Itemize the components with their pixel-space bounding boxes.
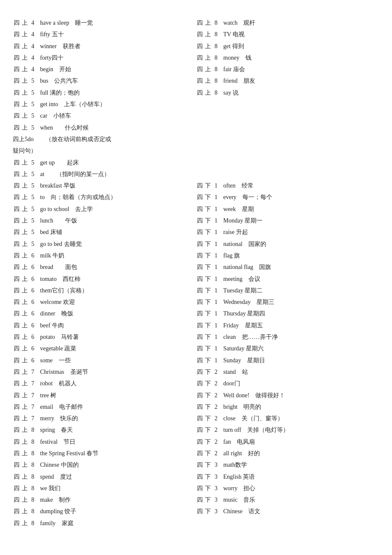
- unit-label: 5: [29, 157, 37, 168]
- list-item: 四下2Well done! 做得很好！: [196, 390, 379, 401]
- word-entry: winner 获胜者: [40, 40, 196, 52]
- grade-label: 四: [13, 238, 20, 250]
- word-entry: breakfast 早饭: [40, 180, 196, 191]
- list-item: 四上8we 我们: [13, 483, 196, 494]
- grade-label: 四: [196, 308, 204, 319]
- grade-label: 四: [13, 471, 20, 483]
- grade-label: 四: [196, 273, 204, 285]
- unit-label: 6: [29, 250, 37, 261]
- unit-label: 6: [29, 296, 37, 308]
- unit-label: 5: [29, 215, 37, 226]
- word-entry: dumpling 饺子: [40, 506, 196, 517]
- volume-label: 上: [21, 110, 28, 121]
- grade-label: 四: [13, 180, 20, 191]
- list-item: 四下1national flag 国旗: [196, 261, 379, 273]
- word-entry: car 小轿车: [40, 110, 196, 121]
- list-item: 四上8festival 节日: [13, 436, 196, 448]
- list-item: 四上5to 向；朝着（方向或地点）: [13, 191, 196, 203]
- word-entry: Thursday 星期四: [223, 308, 379, 319]
- list-item: 四上8dumpling 饺子: [13, 506, 196, 517]
- grade-label: 四: [196, 17, 204, 29]
- word-entry: tree 树: [40, 390, 196, 401]
- grade-label: 四: [196, 285, 204, 296]
- grade-label: 四: [13, 459, 20, 471]
- grade-label: 四: [13, 448, 20, 459]
- list-item: 四下1Wednesday 星期三: [196, 296, 379, 308]
- word-entry: fan 电风扇: [223, 436, 379, 448]
- unit-label: 7: [29, 366, 37, 378]
- unit-label: 3: [212, 494, 220, 506]
- unit-label: 7: [29, 390, 37, 401]
- word-entry: friend 朋友: [223, 75, 379, 87]
- grade-label: 四: [13, 390, 20, 401]
- unit-label: 8: [29, 517, 37, 529]
- unit-label: 1: [212, 343, 220, 354]
- unit-label: 8: [29, 459, 37, 471]
- volume-label: 下: [205, 296, 211, 308]
- grade-label: 四: [196, 459, 204, 471]
- unit-label: 8: [212, 52, 220, 64]
- word-entry: raise 升起: [223, 226, 379, 238]
- volume-label: 上: [21, 180, 28, 191]
- word-entry: often 经常: [223, 180, 379, 191]
- list-item: 四上8money 钱: [196, 52, 379, 64]
- word-entry: merry 快乐的: [40, 413, 196, 424]
- unit-label: 5: [29, 238, 37, 250]
- unit-label: 1: [212, 261, 220, 273]
- word-entry: Saturday 星期六: [223, 343, 379, 354]
- unit-label: 2: [212, 424, 220, 436]
- list-item: 四下2stand 站: [196, 366, 379, 378]
- volume-label: 上: [21, 17, 28, 29]
- word-entry: robot 机器人: [40, 378, 196, 389]
- word-entry: flag 旗: [223, 250, 379, 261]
- grade-label: 四: [13, 320, 20, 331]
- grade-label: 四: [13, 75, 20, 87]
- volume-label: 上: [205, 40, 211, 52]
- list-item: 四上6potato 马铃薯: [13, 331, 196, 343]
- list-item: 四上8say 说: [196, 87, 379, 98]
- word-entry: potato 马铃薯: [40, 331, 196, 343]
- grade-label: 四: [13, 366, 20, 378]
- volume-label: 上: [21, 157, 28, 168]
- volume-label: 上: [205, 29, 211, 40]
- volume-label: 下: [205, 320, 211, 331]
- grade-label: 四: [196, 203, 204, 215]
- unit-label: 5: [29, 110, 37, 121]
- word-entry: dinner 晚饭: [40, 308, 196, 319]
- list-item: 四上6beef 牛肉: [13, 320, 196, 331]
- unit-label: 5: [29, 87, 37, 98]
- word-entry: clean 把……弄干净: [223, 331, 379, 343]
- unit-label: 6: [29, 320, 37, 331]
- volume-label: 上: [205, 87, 211, 98]
- volume-label: 下: [205, 483, 211, 494]
- list-item: 四上5car 小轿车: [13, 110, 196, 121]
- word-entry: go to bed 去睡觉: [40, 238, 196, 250]
- volume-label: 上: [21, 52, 28, 64]
- spacer: [196, 98, 379, 110]
- word-entry: Tuesday 星期二: [223, 285, 379, 296]
- volume-label: 上: [21, 87, 28, 98]
- unit-label: 3: [212, 506, 220, 517]
- word-entry: close 关（门、窗等）: [223, 413, 379, 424]
- word-entry: get into 上车（小轿车）: [40, 98, 196, 110]
- grade-label: 四: [196, 52, 204, 64]
- grade-label: 四: [196, 87, 204, 98]
- grade-label: 四: [13, 191, 20, 203]
- unit-label: 3: [212, 483, 220, 494]
- volume-label: 上: [21, 424, 28, 436]
- grade-label: 四: [196, 483, 204, 494]
- word-entry: worry 担心: [223, 483, 379, 494]
- grade-label: 四: [196, 238, 204, 250]
- spacer: [196, 122, 379, 133]
- word-entry: vegetable 蔬菜: [40, 343, 196, 354]
- word-entry: week 星期: [223, 203, 379, 215]
- volume-label: 上: [21, 390, 28, 401]
- volume-label: 下: [205, 273, 211, 285]
- list-item: 四上5at （指时间的某一点）: [13, 168, 196, 180]
- list-item: 四上4have a sleep 睡一觉: [13, 17, 196, 29]
- unit-label: 6: [29, 285, 37, 296]
- grade-label: 四: [13, 494, 20, 506]
- word-entry: watch 观杆: [223, 17, 379, 29]
- spacer: [196, 145, 379, 156]
- unit-label: 8: [212, 17, 220, 29]
